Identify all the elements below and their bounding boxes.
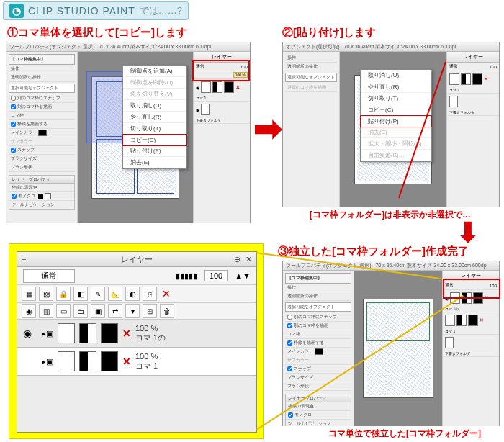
draft-icon[interactable]: ✎	[91, 287, 105, 301]
palette-icon[interactable]: ▥	[39, 304, 53, 318]
eye-icon[interactable]: ◉	[445, 296, 449, 301]
new-folder-icon[interactable]: 🗀	[73, 304, 88, 318]
menu-icon[interactable]: ≡	[22, 255, 26, 263]
ctx1-undo[interactable]: 取り消し(U)	[123, 100, 186, 112]
ops-row: 操作	[9, 65, 75, 73]
transfer-icon[interactable]: ⇄	[108, 304, 122, 318]
reference-icon[interactable]: ◧	[73, 287, 88, 301]
mask-icon[interactable]: ◐	[125, 287, 140, 301]
hide-folder-note: [コマ枠フォルダー]は非表示か非選択で…	[310, 209, 471, 221]
panel3-titlebar: ツールプロパティ(オブジェクト 選択) 70 x 36.40cm 製本サイズ:2…	[283, 261, 499, 271]
panel2-titlebar: オブジェクト(選択可能) 70 x 36.40cm 製本サイズ:24.00 x …	[283, 42, 499, 52]
ctx2-freetransform: 自由変形(K)…	[361, 150, 431, 161]
zoom-layer-row-1[interactable]: ◉ ▸▣ ✕ 100 %コマ 1の	[17, 320, 256, 348]
ctx2-undo[interactable]: 取り消し(U)	[361, 70, 431, 81]
csp-logo-icon: ◔	[9, 4, 24, 18]
ctx1-paste[interactable]: 貼り付け(P)	[123, 145, 186, 157]
snap-other-checkbox[interactable]	[11, 96, 16, 101]
lock-transparent-icon[interactable]: ▨	[39, 287, 53, 301]
app-title: CLIP STUDIO PAINT	[28, 5, 135, 17]
arrow-down-icon: ⬇	[456, 219, 480, 246]
context-menu-1[interactable]: 制御点を追加(A) 制御点を削除(D) 角を切り替え(V) 取り消し(U) やり…	[122, 65, 187, 169]
ctx1-redo[interactable]: やり直し(R)	[123, 112, 186, 123]
close-icon[interactable]: ✕	[246, 255, 252, 264]
draw-other-checkbox[interactable]	[11, 104, 16, 109]
draw-border-checkbox[interactable]	[11, 122, 16, 127]
screenshot-panel-3: ツールプロパティ(オブジェクト 選択) 70 x 36.40cm 製本サイズ:2…	[282, 261, 500, 426]
combine-icon[interactable]: ⊞	[143, 304, 157, 318]
ctx1-copy[interactable]: コピー(C)	[122, 134, 187, 146]
ctx1-toggle-corner: 角を切り替え(V)	[123, 89, 186, 100]
zoom-layer-row-2[interactable]: ▸▣ ✕ 100 %コマ 1	[17, 348, 256, 376]
panel2-canvas-area[interactable]: 取り消し(U) やり直し(R) 切り取り(T) コピー(C) 貼り付け(P) 消…	[340, 52, 446, 207]
opacity-badge: 100 %	[233, 72, 248, 78]
x-icon: ✕	[122, 356, 131, 367]
panel1-tool-properties: 【コマ枠編集中】 操作 透明箇所の操作 選択可能なオブジェクト 別のコマ枠にスナ…	[6, 52, 78, 223]
disable-icon[interactable]: ✕	[160, 287, 173, 300]
panel1-titlebar: ツールプロパティ(オブジェクト 選択) 70 x 36.40cm 製本サイズ:2…	[6, 42, 250, 52]
merge-icon[interactable]: ▾	[125, 304, 140, 318]
panel2-layer-palette: レイヤー 通常100 ✕ コマ 1 下書きフォルダ	[446, 52, 499, 207]
panel3-layer-palette: レイヤー 通常100 ◉ ✕ コマ 1の ✕ コマ 1 下書きフォルダ	[442, 271, 499, 426]
opacity-input[interactable]: 100	[204, 270, 228, 281]
delete-layer-icon[interactable]: 🗑	[160, 304, 174, 318]
zoom-title: ≡ レイヤー ⊖ ✕	[17, 252, 256, 267]
zoom-layer-panel: ≡ レイヤー ⊖ ✕ 通常 ▮▮▮▮▮ 100 ▲▼ ▦ ▨ 🔒 ◧ ✎ 📐 ◐…	[9, 243, 264, 439]
step2-label: ②[貼り付け]します	[282, 26, 376, 40]
clip-icon[interactable]: ⎘	[143, 287, 157, 301]
ctx1-del-point: 制御点を削除(D)	[123, 77, 186, 89]
step1-label: ①コマ単体を選択して[コピー]します	[7, 26, 187, 40]
ctx2-copy[interactable]: コピー(C)	[361, 104, 431, 116]
context-menu-2[interactable]: 取り消し(U) やり直し(R) 切り取り(T) コピー(C) 貼り付け(P) 消…	[360, 69, 432, 162]
app-subtitle: では……?	[140, 4, 182, 17]
app-header: ◔ CLIP STUDIO PAINT では……?	[3, 1, 189, 20]
frame-folder-icon[interactable]: ▣	[91, 304, 105, 318]
ctx2-transform: 拡大・縮小・回転(S)…	[361, 138, 431, 150]
ctx1-delete[interactable]: 消去(E)	[123, 157, 186, 168]
eye-off-icon[interactable]	[23, 355, 37, 368]
layer-row-frame1[interactable]: ◉ ✕	[194, 79, 250, 95]
eye-icon[interactable]: ◉	[196, 107, 199, 112]
panel1-canvas-area[interactable]: 制御点を追加(A) 制御点を削除(D) 角を切り替え(V) 取り消し(U) やり…	[78, 52, 193, 223]
ruler-icon[interactable]: 📐	[108, 287, 122, 301]
ctx2-paste[interactable]: 貼り付け(P)	[360, 115, 432, 127]
checker-icon[interactable]: ▦	[22, 287, 36, 301]
panel2-tool-properties: 操作 透明箇所の操作 選択可能なオブジェクト 選択のコマ枠を描画	[283, 52, 340, 207]
ctx2-redo[interactable]: やり直し(R)	[361, 81, 431, 93]
eye-icon[interactable]: ◉	[23, 328, 37, 339]
frame-icon: ▸▣	[42, 329, 53, 338]
screenshot-panel-1: ツールプロパティ(オブジェクト 選択) 70 x 36.40cm 製本サイズ:2…	[6, 42, 251, 223]
frame-icon: ▸▣	[42, 357, 53, 366]
eye-toggle-icon[interactable]: ◉	[22, 304, 36, 318]
ctx1-add-point[interactable]: 制御点を追加(A)	[123, 66, 186, 77]
zoom-toolbar: ▦ ▨ 🔒 ◧ ✎ 📐 ◐ ⎘ ✕	[17, 285, 256, 303]
final-note: コマ単位で独立した[コマ枠フォルダー]	[328, 428, 481, 440]
layer-property-box: レイヤープロパティ 枠線の表現色 モノクロ ツールナビゲーション	[9, 175, 75, 210]
panel3-canvas-area[interactable]	[354, 271, 442, 426]
new-layer-icon[interactable]: ▭	[56, 304, 71, 318]
layer-row-sketch[interactable]: ◉	[194, 102, 250, 117]
x-icon: ✕	[122, 328, 131, 339]
panel3-tool-properties: 【コマ枠編集中】 操作 透明箇所の操作 選択可能なオブジェクト 別のコマ枠にスナ…	[283, 271, 354, 426]
minimize-icon[interactable]: ⊖	[234, 255, 240, 264]
x-icon: ✕	[235, 84, 240, 91]
screenshot-panel-2: オブジェクト(選択可能) 70 x 36.40cm 製本サイズ:24.00 x …	[282, 42, 500, 207]
ctx1-cut[interactable]: 切り取り(T)	[123, 123, 186, 135]
selectable-object-select[interactable]: 選択可能なオブジェクト	[9, 84, 75, 93]
eye-icon[interactable]: ◉	[196, 85, 199, 90]
ctx2-cut[interactable]: 切り取り(T)	[361, 93, 431, 104]
step3-label: ③独立した[コマ枠フォルダー]作成完了	[278, 245, 469, 258]
panel1-layer-palette: レイヤー 通常100 100 % ◉ ✕ コマ 1 ◉ 下書きフォルダ	[193, 52, 250, 223]
arrow-right-icon: ➡	[253, 112, 282, 146]
blend-mode-select[interactable]: 通常	[23, 269, 75, 283]
lock-icon[interactable]: 🔒	[56, 287, 71, 301]
